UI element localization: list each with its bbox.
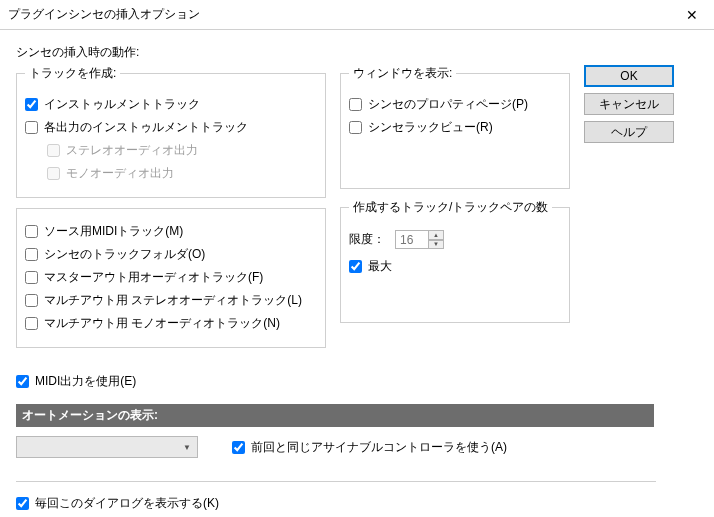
chk-source-midi-track[interactable]: ソース用MIDIトラック(M) [25, 222, 317, 240]
chk-max-box[interactable] [349, 260, 362, 273]
chk-synth-rack-view-box[interactable] [349, 121, 362, 134]
right-column: OK キャンセル ヘルプ [584, 65, 674, 358]
chk-multiout-stereo[interactable]: マルチアウト用 ステレオオーディオトラック(L) [25, 291, 317, 309]
chk-midi-out-box[interactable] [16, 375, 29, 388]
chk-master-out-audio-track-label: マスターアウト用オーディオトラック(F) [44, 269, 263, 286]
chk-use-prev-assignable[interactable]: 前回と同じアサイナブルコントローラを使う(A) [232, 438, 507, 456]
chk-always-show-label: 毎回このダイアログを表示する(K) [35, 495, 219, 512]
chk-synth-property-page-label: シンセのプロパティページ(P) [368, 96, 528, 113]
chk-use-prev-assignable-box[interactable] [232, 441, 245, 454]
chk-instrument-track-label: インストゥルメントトラック [44, 96, 200, 113]
group-more-tracks: ソース用MIDIトラック(M) シンセのトラックフォルダ(O) マスターアウト用… [16, 208, 326, 348]
ok-button[interactable]: OK [584, 65, 674, 87]
chk-multiout-stereo-box[interactable] [25, 294, 38, 307]
chk-per-output-track[interactable]: 各出力のインストゥルメントトラック [25, 118, 317, 136]
window-title: プラグインシンセの挿入オプション [8, 6, 200, 23]
chk-per-output-track-box[interactable] [25, 121, 38, 134]
automation-row: ▼ 前回と同じアサイナブルコントローラを使う(A) [16, 433, 698, 461]
spinner-down[interactable]: ▼ [429, 240, 444, 250]
automation-dropdown[interactable]: ▼ [16, 436, 198, 458]
chk-per-output-track-label: 各出力のインストゥルメントトラック [44, 119, 248, 136]
left-column: トラックを作成: インストゥルメントトラック 各出力のインストゥルメントトラック… [16, 65, 326, 358]
chk-master-out-audio-track-box[interactable] [25, 271, 38, 284]
chk-stereo-audio-out-label: ステレオオーディオ出力 [66, 142, 198, 159]
chk-instrument-track[interactable]: インストゥルメントトラック [25, 95, 317, 113]
help-button[interactable]: ヘルプ [584, 121, 674, 143]
chk-mono-audio-out-label: モノオーディオ出力 [66, 165, 174, 182]
limit-label: 限度： [349, 231, 385, 248]
group-show-window: ウィンドウを表示: シンセのプロパティページ(P) シンセラックビュー(R) [340, 65, 570, 189]
chk-synth-track-folder-label: シンセのトラックフォルダ(O) [44, 246, 205, 263]
limit-row: 限度： ▲ ▼ [349, 230, 561, 249]
group-show-window-legend: ウィンドウを表示: [349, 65, 456, 82]
limit-spinner[interactable]: ▲ ▼ [395, 230, 444, 249]
group-create-tracks-legend: トラックを作成: [25, 65, 120, 82]
chk-multiout-mono-box[interactable] [25, 317, 38, 330]
columns: トラックを作成: インストゥルメントトラック 各出力のインストゥルメントトラック… [16, 65, 698, 358]
limit-value-input[interactable] [395, 230, 429, 249]
group-pair-count: 作成するトラック/トラックペアの数 限度： ▲ ▼ 最大 [340, 199, 570, 323]
chk-use-prev-assignable-label: 前回と同じアサイナブルコントローラを使う(A) [251, 439, 507, 456]
spinner-up[interactable]: ▲ [429, 230, 444, 240]
chk-master-out-audio-track[interactable]: マスターアウト用オーディオトラック(F) [25, 268, 317, 286]
chk-synth-rack-view[interactable]: シンセラックビュー(R) [349, 118, 561, 136]
main-label: シンセの挿入時の動作: [16, 44, 698, 61]
chk-always-show-box[interactable] [16, 497, 29, 510]
chk-synth-track-folder-box[interactable] [25, 248, 38, 261]
chk-mono-audio-out: モノオーディオ出力 [47, 164, 317, 182]
chk-synth-property-page-box[interactable] [349, 98, 362, 111]
close-icon: ✕ [686, 7, 698, 23]
group-pair-count-legend: 作成するトラック/トラックペアの数 [349, 199, 552, 216]
middle-column: ウィンドウを表示: シンセのプロパティページ(P) シンセラックビュー(R) 作… [340, 65, 570, 358]
chk-synth-property-page[interactable]: シンセのプロパティページ(P) [349, 95, 561, 113]
chk-always-show[interactable]: 毎回このダイアログを表示する(K) [16, 494, 698, 512]
spinner-arrows: ▲ ▼ [429, 230, 444, 249]
chevron-down-icon: ▼ [183, 443, 191, 452]
chk-max-label: 最大 [368, 258, 392, 275]
chk-midi-out[interactable]: MIDI出力を使用(E) [16, 372, 698, 390]
chk-stereo-audio-out-box [47, 144, 60, 157]
automation-section-title: オートメーションの表示: [16, 404, 654, 427]
chk-synth-rack-view-label: シンセラックビュー(R) [368, 119, 493, 136]
chk-midi-out-label: MIDI出力を使用(E) [35, 373, 136, 390]
chk-multiout-mono[interactable]: マルチアウト用 モノオーディオトラック(N) [25, 314, 317, 332]
chk-multiout-stereo-label: マルチアウト用 ステレオオーディオトラック(L) [44, 292, 302, 309]
close-button[interactable]: ✕ [670, 0, 714, 30]
chk-multiout-mono-label: マルチアウト用 モノオーディオトラック(N) [44, 315, 280, 332]
titlebar: プラグインシンセの挿入オプション ✕ [0, 0, 714, 30]
chk-instrument-track-box[interactable] [25, 98, 38, 111]
chk-source-midi-track-label: ソース用MIDIトラック(M) [44, 223, 183, 240]
chk-max[interactable]: 最大 [349, 257, 561, 275]
dialog-content: シンセの挿入時の動作: トラックを作成: インストゥルメントトラック 各出力のイ… [0, 30, 714, 517]
chk-mono-audio-out-box [47, 167, 60, 180]
chk-stereo-audio-out: ステレオオーディオ出力 [47, 141, 317, 159]
separator [16, 481, 656, 482]
chk-synth-track-folder[interactable]: シンセのトラックフォルダ(O) [25, 245, 317, 263]
cancel-button[interactable]: キャンセル [584, 93, 674, 115]
chk-source-midi-track-box[interactable] [25, 225, 38, 238]
group-create-tracks: トラックを作成: インストゥルメントトラック 各出力のインストゥルメントトラック… [16, 65, 326, 198]
